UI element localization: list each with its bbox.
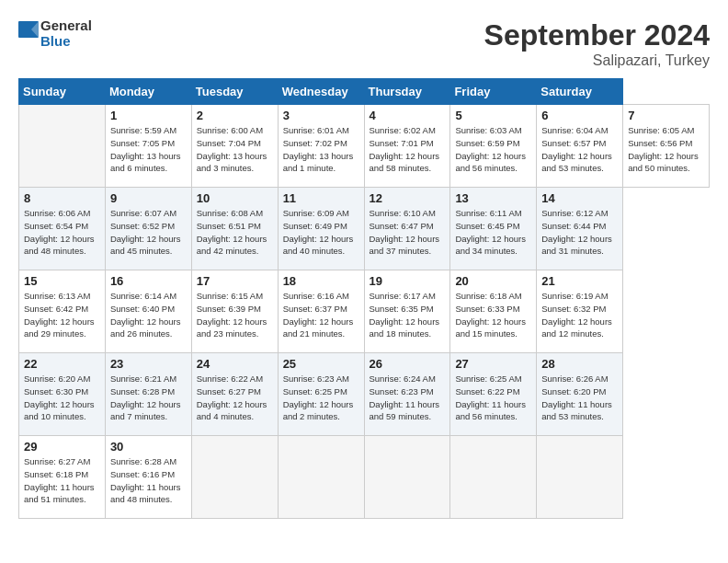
calendar-week-row: 1Sunrise: 5:59 AMSunset: 7:05 PMDaylight… — [19, 105, 710, 188]
day-info: Sunrise: 6:28 AMSunset: 6:16 PMDaylight:… — [110, 455, 187, 506]
logo-blue: Blue — [40, 34, 92, 50]
calendar-cell — [19, 105, 106, 188]
calendar-week-row: 15Sunrise: 6:13 AMSunset: 6:42 PMDayligh… — [19, 270, 710, 353]
calendar-cell: 8Sunrise: 6:06 AMSunset: 6:54 PMDaylight… — [19, 188, 106, 270]
calendar-cell: 9Sunrise: 6:07 AMSunset: 6:52 PMDaylight… — [105, 188, 191, 270]
calendar-cell: 17Sunrise: 6:15 AMSunset: 6:39 PMDayligh… — [191, 270, 278, 353]
day-info: Sunrise: 6:01 AMSunset: 7:02 PMDaylight:… — [283, 124, 359, 175]
weekday-header-monday: Monday — [105, 79, 191, 105]
day-info: Sunrise: 6:21 AMSunset: 6:28 PMDaylight:… — [110, 373, 187, 423]
calendar-cell: 14Sunrise: 6:12 AMSunset: 6:44 PMDayligh… — [537, 188, 623, 270]
calendar-cell: 18Sunrise: 6:16 AMSunset: 6:37 PMDayligh… — [278, 270, 364, 353]
day-number: 28 — [541, 357, 618, 371]
calendar-cell: 29Sunrise: 6:27 AMSunset: 6:18 PMDayligh… — [19, 436, 106, 519]
calendar-cell: 10Sunrise: 6:08 AMSunset: 6:51 PMDayligh… — [191, 188, 278, 270]
day-info: Sunrise: 6:15 AMSunset: 6:39 PMDaylight:… — [197, 290, 273, 340]
day-number: 9 — [110, 191, 187, 205]
day-number: 24 — [197, 357, 273, 371]
calendar-cell: 5Sunrise: 6:03 AMSunset: 6:59 PMDaylight… — [450, 105, 537, 188]
logo-general: General — [40, 18, 92, 34]
day-number: 11 — [283, 191, 359, 205]
calendar-cell — [450, 436, 537, 519]
calendar-cell: 4Sunrise: 6:02 AMSunset: 7:01 PMDaylight… — [364, 105, 450, 188]
calendar-cell: 7Sunrise: 6:05 AMSunset: 6:56 PMDaylight… — [623, 105, 710, 188]
day-number: 6 — [541, 109, 618, 122]
calendar-cell — [537, 436, 623, 519]
day-number: 17 — [197, 274, 273, 288]
day-number: 4 — [370, 109, 446, 122]
day-number: 2 — [197, 109, 273, 122]
calendar-cell — [191, 436, 278, 519]
day-number: 16 — [110, 274, 187, 288]
logo-text: General Blue — [40, 18, 92, 49]
day-number: 18 — [283, 274, 359, 288]
day-number: 12 — [370, 191, 446, 205]
calendar-cell: 2Sunrise: 6:00 AMSunset: 7:04 PMDaylight… — [191, 105, 278, 188]
day-info: Sunrise: 6:26 AMSunset: 6:20 PMDaylight:… — [541, 373, 618, 423]
calendar-cell: 24Sunrise: 6:22 AMSunset: 6:27 PMDayligh… — [191, 353, 278, 436]
location-subtitle: Salipazari, Turkey — [484, 52, 710, 69]
day-number: 23 — [110, 357, 187, 371]
calendar-cell: 6Sunrise: 6:04 AMSunset: 6:57 PMDaylight… — [537, 105, 623, 188]
calendar-cell: 30Sunrise: 6:28 AMSunset: 6:16 PMDayligh… — [105, 436, 191, 519]
calendar-week-row: 29Sunrise: 6:27 AMSunset: 6:18 PMDayligh… — [19, 436, 710, 519]
day-number: 19 — [370, 274, 446, 288]
weekday-header-row: SundayMondayTuesdayWednesdayThursdayFrid… — [19, 79, 710, 105]
day-number: 29 — [24, 440, 100, 454]
day-number: 13 — [455, 191, 531, 205]
logo-flag-icon — [18, 21, 39, 47]
calendar-cell: 28Sunrise: 6:26 AMSunset: 6:20 PMDayligh… — [537, 353, 623, 436]
weekday-header-saturday: Saturday — [537, 79, 623, 105]
day-number: 10 — [197, 191, 273, 205]
day-info: Sunrise: 6:03 AMSunset: 6:59 PMDaylight:… — [455, 124, 531, 175]
calendar-cell — [364, 436, 450, 519]
day-info: Sunrise: 6:05 AMSunset: 6:56 PMDaylight:… — [628, 124, 704, 175]
day-number: 25 — [283, 357, 359, 371]
day-number: 20 — [455, 274, 531, 288]
calendar-cell: 15Sunrise: 6:13 AMSunset: 6:42 PMDayligh… — [19, 270, 106, 353]
calendar-cell: 12Sunrise: 6:10 AMSunset: 6:47 PMDayligh… — [364, 188, 450, 270]
day-number: 21 — [541, 274, 618, 288]
title-block: September 2024 Salipazari, Turkey — [484, 18, 710, 69]
day-info: Sunrise: 6:08 AMSunset: 6:51 PMDaylight:… — [197, 207, 273, 258]
calendar-table: SundayMondayTuesdayWednesdayThursdayFrid… — [18, 78, 710, 519]
weekday-header-tuesday: Tuesday — [191, 79, 278, 105]
day-number: 14 — [541, 191, 618, 205]
logo-container: General Blue — [18, 18, 92, 49]
day-info: Sunrise: 6:20 AMSunset: 6:30 PMDaylight:… — [24, 373, 100, 423]
page-header: General Blue September 2024 Salipazari, … — [18, 18, 710, 69]
calendar-cell: 11Sunrise: 6:09 AMSunset: 6:49 PMDayligh… — [278, 188, 364, 270]
weekday-header-sunday: Sunday — [19, 79, 106, 105]
day-number: 22 — [24, 357, 100, 371]
day-info: Sunrise: 6:14 AMSunset: 6:40 PMDaylight:… — [110, 290, 187, 340]
calendar-cell: 1Sunrise: 5:59 AMSunset: 7:05 PMDaylight… — [105, 105, 191, 188]
day-number: 1 — [110, 109, 187, 122]
month-year-title: September 2024 — [484, 18, 710, 52]
day-info: Sunrise: 6:06 AMSunset: 6:54 PMDaylight:… — [24, 207, 100, 258]
day-info: Sunrise: 6:22 AMSunset: 6:27 PMDaylight:… — [197, 373, 273, 423]
calendar-cell — [278, 436, 364, 519]
calendar-week-row: 22Sunrise: 6:20 AMSunset: 6:30 PMDayligh… — [19, 353, 710, 436]
day-number: 8 — [24, 191, 100, 205]
day-number: 15 — [24, 274, 100, 288]
day-info: Sunrise: 6:18 AMSunset: 6:33 PMDaylight:… — [455, 290, 531, 340]
calendar-cell: 16Sunrise: 6:14 AMSunset: 6:40 PMDayligh… — [105, 270, 191, 353]
day-info: Sunrise: 6:07 AMSunset: 6:52 PMDaylight:… — [110, 207, 187, 258]
logo: General Blue — [18, 18, 92, 49]
day-info: Sunrise: 6:00 AMSunset: 7:04 PMDaylight:… — [197, 124, 273, 175]
day-info: Sunrise: 6:04 AMSunset: 6:57 PMDaylight:… — [541, 124, 618, 175]
day-info: Sunrise: 6:11 AMSunset: 6:45 PMDaylight:… — [455, 207, 531, 258]
calendar-cell: 21Sunrise: 6:19 AMSunset: 6:32 PMDayligh… — [537, 270, 623, 353]
calendar-cell: 20Sunrise: 6:18 AMSunset: 6:33 PMDayligh… — [450, 270, 537, 353]
day-info: Sunrise: 6:02 AMSunset: 7:01 PMDaylight:… — [370, 124, 446, 175]
day-info: Sunrise: 6:24 AMSunset: 6:23 PMDaylight:… — [370, 373, 446, 423]
calendar-week-row: 8Sunrise: 6:06 AMSunset: 6:54 PMDaylight… — [19, 188, 710, 270]
calendar-cell: 26Sunrise: 6:24 AMSunset: 6:23 PMDayligh… — [364, 353, 450, 436]
day-info: Sunrise: 6:16 AMSunset: 6:37 PMDaylight:… — [283, 290, 359, 340]
calendar-cell: 27Sunrise: 6:25 AMSunset: 6:22 PMDayligh… — [450, 353, 537, 436]
day-info: Sunrise: 6:13 AMSunset: 6:42 PMDaylight:… — [24, 290, 100, 340]
day-info: Sunrise: 6:09 AMSunset: 6:49 PMDaylight:… — [283, 207, 359, 258]
day-number: 5 — [455, 109, 531, 122]
day-number: 3 — [283, 109, 359, 122]
day-info: Sunrise: 6:19 AMSunset: 6:32 PMDaylight:… — [541, 290, 618, 340]
